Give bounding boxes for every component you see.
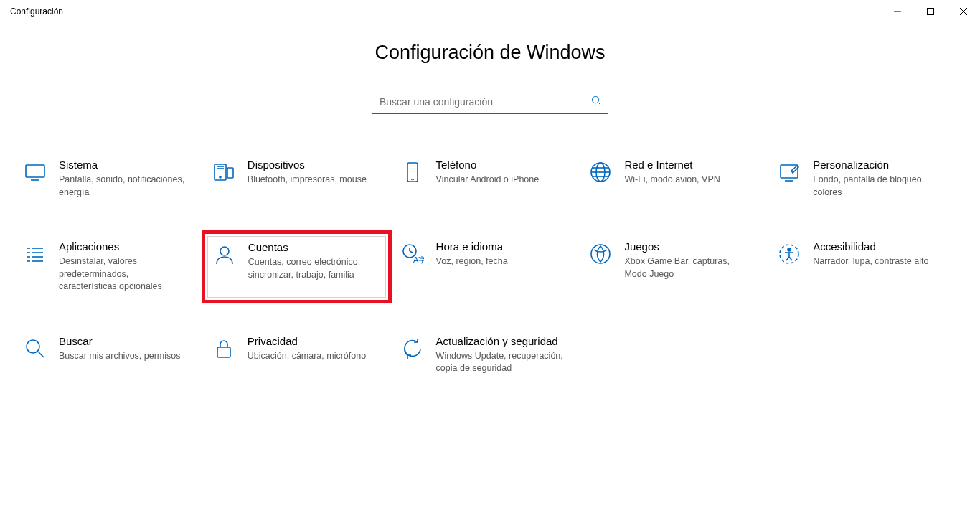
tile-title: Dispositivos — [248, 159, 367, 171]
tile-hora[interactable]: A字 Hora e idioma Voz, región, fecha — [396, 236, 585, 298]
svg-rect-44 — [217, 347, 230, 357]
tile-desc: Voz, región, fecha — [436, 255, 508, 268]
svg-rect-6 — [26, 165, 44, 177]
svg-rect-1 — [928, 9, 934, 15]
search-container — [0, 90, 980, 114]
tile-personalizacion[interactable]: Personalización Fondo, pantalla de bloqu… — [773, 154, 961, 203]
tile-title: Actualización y seguridad — [436, 335, 565, 347]
apps-icon — [23, 242, 47, 266]
settings-grid: Sistema Pantalla, sonido, notificaciones… — [19, 154, 961, 380]
privacy-icon — [212, 336, 236, 361]
maximize-button[interactable] — [914, 0, 947, 23]
tile-desc: Wi-Fi, modo avión, VPN — [624, 174, 720, 187]
svg-line-5 — [598, 102, 601, 105]
personalization-icon — [777, 160, 801, 184]
svg-line-40 — [786, 257, 789, 260]
tile-desc: Xbox Game Bar, capturas, Modo Juego — [624, 255, 753, 281]
minimize-button[interactable] — [881, 0, 914, 23]
titlebar: Configuración — [0, 0, 980, 23]
tile-accesibilidad[interactable]: Accesibilidad Narrador, lupa, contraste … — [773, 236, 961, 298]
search-input[interactable] — [380, 96, 591, 108]
tile-desc: Narrador, lupa, contraste alto — [813, 255, 928, 268]
tile-title: Sistema — [59, 159, 188, 171]
window-title: Configuración — [10, 6, 63, 17]
svg-point-4 — [592, 96, 598, 103]
search-tile-icon — [23, 336, 47, 361]
close-button[interactable] — [947, 0, 980, 23]
phone-icon — [400, 160, 425, 184]
tile-desc: Windows Update, recuperación, copia de s… — [436, 350, 565, 375]
svg-text:A字: A字 — [413, 255, 424, 264]
tile-desc: Pantalla, sonido, notificaciones, energí… — [59, 174, 188, 199]
tile-desc: Fondo, pantalla de bloqueo, colores — [813, 174, 942, 199]
page-header: Configuración de Windows — [0, 42, 980, 64]
svg-point-10 — [220, 176, 221, 178]
tile-desc: Cuentas, correo electrónico, sincronizar… — [248, 256, 377, 281]
tile-title: Hora e idioma — [436, 240, 508, 253]
tile-juegos[interactable]: Juegos Xbox Game Bar, capturas, Modo Jue… — [584, 236, 773, 298]
svg-rect-9 — [227, 168, 233, 178]
tile-title: Personalización — [813, 159, 942, 171]
tile-desc: Vincular Android o iPhone — [436, 174, 540, 187]
gaming-icon — [588, 242, 613, 266]
svg-line-43 — [38, 352, 44, 357]
svg-point-37 — [788, 248, 791, 251]
tile-sistema[interactable]: Sistema Pantalla, sonido, notificaciones… — [19, 154, 207, 203]
tile-title: Accesibilidad — [813, 240, 928, 253]
svg-rect-13 — [407, 163, 418, 182]
svg-point-30 — [220, 247, 229, 255]
tile-telefono[interactable]: Teléfono Vincular Android o iPhone — [396, 154, 585, 203]
tile-red[interactable]: Red e Internet Wi-Fi, modo avión, VPN — [584, 154, 773, 203]
tile-title: Cuentas — [248, 241, 377, 253]
tile-desc: Buscar mis archivos, permisos — [59, 350, 181, 363]
devices-icon — [212, 160, 236, 184]
tile-desc: Desinstalar, valores predeterminados, ca… — [59, 255, 188, 293]
search-icon — [591, 95, 602, 109]
page-title: Configuración de Windows — [0, 42, 980, 64]
time-language-icon: A字 — [400, 242, 425, 266]
accounts-icon — [212, 242, 237, 267]
svg-point-35 — [591, 245, 610, 263]
accessibility-icon — [777, 242, 801, 266]
search-box[interactable] — [372, 90, 608, 114]
tile-title: Red e Internet — [624, 159, 720, 171]
tile-buscar[interactable]: Buscar Buscar mis archivos, permisos — [19, 331, 207, 380]
tile-title: Teléfono — [436, 159, 540, 171]
svg-line-41 — [789, 257, 792, 260]
tile-aplicaciones[interactable]: Aplicaciones Desinstalar, valores predet… — [19, 236, 207, 298]
tile-title: Juegos — [624, 240, 753, 253]
tile-title: Buscar — [59, 335, 181, 347]
tile-title: Privacidad — [248, 335, 366, 347]
window-controls — [881, 0, 980, 23]
tile-title: Aplicaciones — [59, 240, 188, 253]
tile-desc: Ubicación, cámara, micrófono — [248, 350, 366, 363]
tile-desc: Bluetooth, impresoras, mouse — [248, 174, 367, 187]
svg-point-42 — [27, 340, 39, 353]
tile-privacidad[interactable]: Privacidad Ubicación, cámara, micrófono — [207, 331, 396, 380]
svg-line-33 — [410, 251, 413, 253]
tile-actualizacion[interactable]: Actualización y seguridad Windows Update… — [396, 331, 585, 380]
tile-dispositivos[interactable]: Dispositivos Bluetooth, impresoras, mous… — [207, 154, 396, 203]
system-icon — [23, 160, 47, 184]
network-icon — [588, 160, 613, 184]
update-icon — [400, 336, 425, 361]
tile-cuentas[interactable]: Cuentas Cuentas, correo electrónico, sin… — [207, 236, 386, 298]
